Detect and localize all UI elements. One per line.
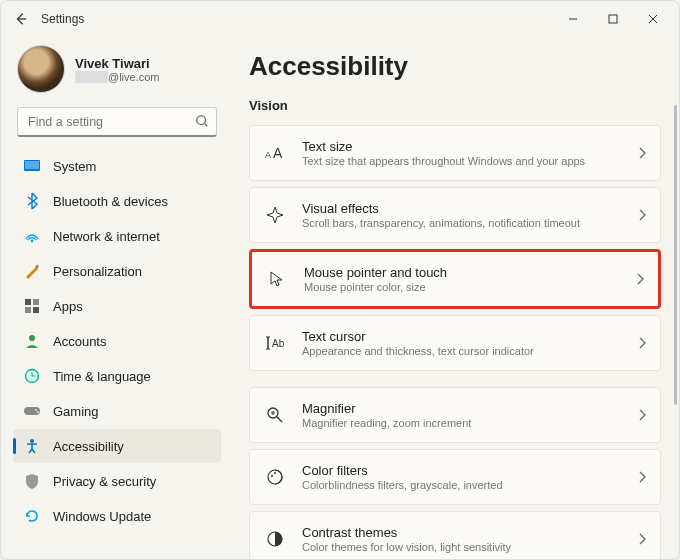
minimize-button[interactable] bbox=[553, 5, 593, 33]
tile-color-filters[interactable]: Color filtersColorblindness filters, gra… bbox=[249, 449, 661, 505]
sidebar-item-system[interactable]: System bbox=[13, 149, 221, 183]
sidebar-item-apps[interactable]: Apps bbox=[13, 289, 221, 323]
chevron-right-icon bbox=[636, 273, 644, 285]
mouse-pointer-icon bbox=[266, 268, 288, 290]
svg-rect-12 bbox=[25, 307, 31, 313]
sidebar: Vivek Tiwari xxxxxx@live.com System Blue… bbox=[1, 37, 231, 559]
svg-line-29 bbox=[277, 417, 282, 422]
section-header: Vision bbox=[249, 98, 661, 113]
app-title: Settings bbox=[41, 12, 84, 26]
system-icon bbox=[23, 157, 41, 175]
tile-title: Color filters bbox=[302, 463, 638, 478]
svg-point-20 bbox=[37, 411, 39, 413]
svg-rect-1 bbox=[609, 15, 617, 23]
accounts-icon bbox=[23, 332, 41, 350]
nav-label: Bluetooth & devices bbox=[53, 194, 168, 209]
tile-text-size[interactable]: AA Text sizeText size that appears throu… bbox=[249, 125, 661, 181]
nav-label: Windows Update bbox=[53, 509, 151, 524]
tile-contrast-themes[interactable]: Contrast themesColor themes for low visi… bbox=[249, 511, 661, 559]
bluetooth-icon bbox=[23, 192, 41, 210]
svg-rect-10 bbox=[25, 299, 31, 305]
search-box[interactable] bbox=[17, 107, 217, 137]
sidebar-item-network[interactable]: Network & internet bbox=[13, 219, 221, 253]
tile-text-cursor[interactable]: Ab Text cursorAppearance and thickness, … bbox=[249, 315, 661, 371]
time-icon bbox=[23, 367, 41, 385]
sidebar-item-accounts[interactable]: Accounts bbox=[13, 324, 221, 358]
sidebar-item-personalization[interactable]: Personalization bbox=[13, 254, 221, 288]
close-button[interactable] bbox=[633, 5, 673, 33]
tile-sub: Scroll bars, transparency, animations, n… bbox=[302, 217, 638, 229]
chevron-right-icon bbox=[638, 533, 646, 545]
nav-label: System bbox=[53, 159, 96, 174]
maximize-button[interactable] bbox=[593, 5, 633, 33]
tile-sub: Mouse pointer color, size bbox=[304, 281, 636, 293]
nav-label: Apps bbox=[53, 299, 83, 314]
svg-text:A: A bbox=[273, 145, 283, 161]
scrollbar[interactable] bbox=[674, 105, 677, 405]
avatar bbox=[17, 45, 65, 93]
svg-point-8 bbox=[31, 240, 34, 243]
nav-label: Time & language bbox=[53, 369, 151, 384]
svg-point-19 bbox=[35, 409, 37, 411]
tile-mouse-pointer[interactable]: Mouse pointer and touchMouse pointer col… bbox=[249, 249, 661, 309]
tile-sub: Colorblindness filters, grayscale, inver… bbox=[302, 479, 638, 491]
chevron-right-icon bbox=[638, 209, 646, 221]
tile-title: Text cursor bbox=[302, 329, 638, 344]
svg-point-14 bbox=[29, 335, 35, 341]
nav-list: System Bluetooth & devices Network & int… bbox=[13, 149, 221, 533]
svg-point-34 bbox=[274, 472, 276, 474]
tile-visual-effects[interactable]: Visual effectsScroll bars, transparency,… bbox=[249, 187, 661, 243]
sidebar-item-bluetooth[interactable]: Bluetooth & devices bbox=[13, 184, 221, 218]
back-arrow-icon bbox=[14, 12, 28, 26]
sidebar-item-time[interactable]: Time & language bbox=[13, 359, 221, 393]
profile-email: xxxxxx@live.com bbox=[75, 71, 160, 83]
tile-sub: Color themes for low vision, light sensi… bbox=[302, 541, 638, 553]
svg-line-5 bbox=[205, 124, 208, 127]
minimize-icon bbox=[568, 14, 578, 24]
tile-sub: Text size that appears throughout Window… bbox=[302, 155, 638, 167]
tile-magnifier[interactable]: MagnifierMagnifier reading, zoom increme… bbox=[249, 387, 661, 443]
visual-effects-icon bbox=[264, 204, 286, 226]
search-icon bbox=[195, 114, 209, 128]
color-filters-icon bbox=[264, 466, 286, 488]
contrast-icon bbox=[264, 528, 286, 550]
maximize-icon bbox=[608, 14, 618, 24]
nav-label: Accounts bbox=[53, 334, 106, 349]
privacy-icon bbox=[23, 472, 41, 490]
tile-title: Visual effects bbox=[302, 201, 638, 216]
tile-title: Text size bbox=[302, 139, 638, 154]
text-cursor-icon: Ab bbox=[264, 332, 286, 354]
profile-name: Vivek Tiwari bbox=[75, 56, 160, 71]
search-input[interactable] bbox=[17, 107, 217, 137]
tile-sub: Magnifier reading, zoom increment bbox=[302, 417, 638, 429]
tile-title: Mouse pointer and touch bbox=[304, 265, 636, 280]
personalization-icon bbox=[23, 262, 41, 280]
nav-label: Network & internet bbox=[53, 229, 160, 244]
nav-label: Personalization bbox=[53, 264, 142, 279]
magnifier-icon bbox=[264, 404, 286, 426]
tile-title: Magnifier bbox=[302, 401, 638, 416]
chevron-right-icon bbox=[638, 147, 646, 159]
svg-rect-13 bbox=[33, 307, 39, 313]
main-content: Accessibility Vision AA Text sizeText si… bbox=[231, 37, 679, 559]
sidebar-item-accessibility[interactable]: Accessibility bbox=[13, 429, 221, 463]
nav-label: Gaming bbox=[53, 404, 99, 419]
nav-label: Accessibility bbox=[53, 439, 124, 454]
sidebar-item-privacy[interactable]: Privacy & security bbox=[13, 464, 221, 498]
chevron-right-icon bbox=[638, 471, 646, 483]
svg-text:A: A bbox=[265, 150, 271, 160]
close-icon bbox=[648, 14, 658, 24]
tile-title: Contrast themes bbox=[302, 525, 638, 540]
svg-rect-7 bbox=[25, 161, 39, 169]
titlebar: Settings bbox=[1, 1, 679, 37]
profile-section[interactable]: Vivek Tiwari xxxxxx@live.com bbox=[17, 45, 217, 93]
svg-rect-18 bbox=[24, 407, 40, 415]
svg-text:Ab: Ab bbox=[272, 338, 285, 349]
network-icon bbox=[23, 227, 41, 245]
update-icon bbox=[23, 507, 41, 525]
accessibility-icon bbox=[23, 437, 41, 455]
sidebar-item-gaming[interactable]: Gaming bbox=[13, 394, 221, 428]
nav-label: Privacy & security bbox=[53, 474, 156, 489]
back-button[interactable] bbox=[7, 5, 35, 33]
sidebar-item-update[interactable]: Windows Update bbox=[13, 499, 221, 533]
